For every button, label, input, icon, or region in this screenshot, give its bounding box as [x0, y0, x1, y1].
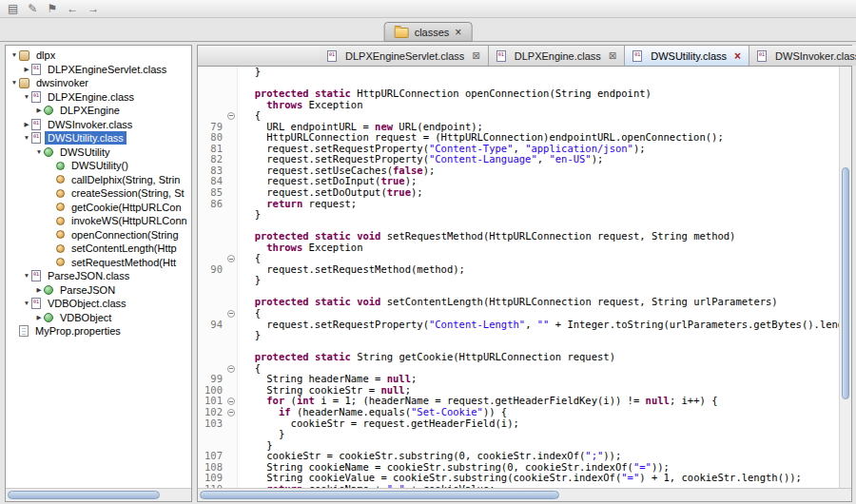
fold-collapse-icon[interactable]	[227, 397, 235, 405]
code-line[interactable]: 90 request.setRequestMethod(method);	[198, 264, 840, 276]
window-tab-close-icon[interactable]: ×	[455, 26, 461, 39]
expand-arrow-icon[interactable]: ▶	[22, 67, 31, 73]
fold-collapse-icon[interactable]	[227, 365, 235, 373]
code-line[interactable]: }	[198, 275, 840, 286]
fold-gutter[interactable]	[224, 363, 238, 375]
code-line[interactable]: }	[198, 429, 840, 440]
open-file-icon[interactable]: ▤	[8, 3, 18, 14]
fold-collapse-icon[interactable]	[227, 310, 235, 318]
tree-item[interactable]: MyProp.properties	[6, 324, 191, 339]
tree-item[interactable]: ▶ParseJSON	[6, 283, 191, 298]
code-area[interactable]: } protected static HttpURLConnection ope…	[198, 67, 840, 488]
fold-gutter[interactable]	[224, 110, 238, 122]
editor-tab[interactable]: 01DLPXEngine.class⊠	[489, 46, 626, 66]
search-icon[interactable]: ⚑	[47, 3, 57, 14]
tree-item[interactable]: ▼dwsinvoker	[6, 76, 191, 90]
code-line[interactable]: }	[198, 209, 840, 221]
fold-collapse-icon[interactable]	[227, 409, 235, 417]
tree-item[interactable]: ▼dlpx	[6, 48, 191, 63]
tree-item[interactable]: setContentLength(Http	[6, 242, 191, 256]
fold-collapse-icon[interactable]	[227, 255, 235, 262]
tree-item[interactable]: DWSUtility()	[6, 159, 191, 173]
file-icon	[19, 325, 29, 337]
collapse-arrow-icon[interactable]: ▼	[10, 52, 19, 59]
fold-gutter[interactable]	[224, 253, 238, 264]
scrollbar-thumb[interactable]	[200, 491, 559, 499]
tree-item[interactable]: callDelphix(String, Strin	[6, 173, 191, 187]
main-area: ▼dlpx▶01DLPXEngineServlet.class▼dwsinvok…	[0, 43, 856, 504]
window-tab-classes[interactable]: classes ×	[384, 22, 473, 42]
fold-spacer	[224, 429, 238, 440]
collapse-arrow-icon[interactable]: ▼	[22, 273, 31, 280]
tree-item[interactable]: openConnection(String	[6, 228, 191, 242]
expand-arrow-icon[interactable]: ▶	[22, 122, 31, 128]
tab-close-icon[interactable]: ×	[734, 49, 741, 63]
expand-arrow-icon[interactable]: ▶	[34, 315, 44, 321]
code-line[interactable]: throws Exception	[198, 242, 840, 254]
tree-item[interactable]: ▼01DWSUtility.class	[6, 131, 191, 145]
jar-icon	[19, 78, 29, 88]
tree-item-label: VDBObject	[57, 311, 114, 324]
tab-close-icon[interactable]: ⊠	[472, 50, 479, 61]
tree-item[interactable]: ▼01ParseJSON.class	[6, 269, 191, 283]
fold-spacer	[224, 242, 238, 254]
expand-arrow-icon[interactable]: ▶	[34, 107, 44, 114]
tree-item[interactable]: ▶01DWSInvoker.class	[6, 118, 191, 132]
fold-spacer	[224, 330, 238, 341]
expand-arrow-icon[interactable]: ▶	[34, 287, 44, 294]
fold-collapse-icon[interactable]	[227, 112, 235, 120]
method-icon	[56, 230, 65, 239]
code-line[interactable]: protected static String getCookie(HttpUR…	[198, 352, 840, 363]
tree-item[interactable]: getCookie(HttpURLCon	[6, 201, 191, 215]
editor-tab-label: DWSUtility.class	[651, 50, 727, 62]
scrollbar-thumb[interactable]	[842, 167, 849, 399]
fold-spacer	[224, 209, 238, 221]
code-line[interactable]: }	[198, 330, 840, 341]
editor-tab[interactable]: 01DWSUtility.class×	[625, 46, 749, 66]
class-icon	[44, 106, 53, 115]
fold-gutter[interactable]	[224, 396, 238, 407]
line-number	[198, 429, 224, 440]
tree-horizontal-scrollbar[interactable]	[6, 488, 191, 501]
line-number: 94	[198, 320, 224, 331]
fold-gutter[interactable]	[224, 407, 238, 418]
fold-spacer	[224, 165, 238, 177]
tree-item-label: DLPXEngineServlet.class	[45, 63, 169, 76]
code-line[interactable]: throws Exception	[198, 100, 840, 111]
paste-icon[interactable]: ✎	[28, 3, 37, 14]
code-line[interactable]: }	[198, 67, 840, 78]
collapse-arrow-icon[interactable]: ▼	[22, 94, 31, 101]
fold-gutter[interactable]	[224, 308, 238, 320]
code-line[interactable]: protected static void setContentLength(H…	[198, 297, 840, 308]
back-icon[interactable]: ←	[67, 3, 78, 14]
tree-item[interactable]: ▶01DLPXEngineServlet.class	[6, 63, 191, 77]
forward-icon[interactable]: →	[88, 3, 99, 14]
scrollbar-thumb[interactable]	[8, 491, 160, 499]
editor-vertical-scrollbar[interactable]	[839, 67, 851, 488]
method-icon	[56, 244, 65, 253]
collapse-arrow-icon[interactable]: ▼	[22, 300, 31, 307]
editor-tab[interactable]: 01DLPXEngineServlet.class⊠	[320, 46, 489, 66]
code-line[interactable]: 86 return request;	[198, 199, 840, 210]
collapse-arrow-icon[interactable]: ▼	[22, 135, 31, 142]
tree-item[interactable]: ▶VDBObject	[6, 311, 191, 325]
tree-item[interactable]: ▼01DLPXEngine.class	[6, 90, 191, 105]
tree-item[interactable]: createSession(String, St	[6, 186, 191, 201]
tree-item[interactable]: invokeWS(HttpURLConn	[6, 214, 191, 228]
tree-item[interactable]: setRequestMethod(Htt	[6, 256, 191, 270]
editor-horizontal-scrollbar[interactable]	[198, 488, 851, 501]
editor-tab-label: DWSInvoker.class	[775, 50, 856, 62]
code-text: protected static void setContentLength(H…	[243, 297, 778, 308]
fold-spacer	[224, 451, 238, 462]
code-line[interactable]: 103 cookieStr = request.getHeaderField(i…	[198, 418, 840, 430]
collapse-arrow-icon[interactable]: ▼	[34, 149, 44, 156]
collapse-arrow-icon[interactable]: ▼	[10, 80, 19, 87]
tree-item[interactable]: ▼DWSUtility	[6, 145, 191, 160]
code-line[interactable]: 94 request.setRequestProperty("Content-L…	[198, 320, 840, 331]
tree-item[interactable]: ▼01VDBObject.class	[6, 297, 191, 311]
editor-tab[interactable]: 01DWSInvoker.class⊠	[749, 46, 856, 66]
tab-close-icon[interactable]: ⊠	[609, 50, 616, 61]
fold-spacer	[224, 122, 238, 133]
tree-item[interactable]: ▶DLPXEngine	[6, 104, 191, 118]
code-text: protected static String getCookie(HttpUR…	[243, 352, 615, 363]
